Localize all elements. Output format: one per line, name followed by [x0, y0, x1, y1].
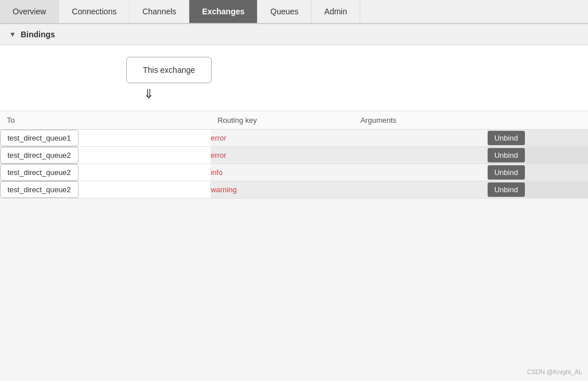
bindings-table-header: To Routing key Arguments [0, 111, 588, 130]
action-cell: Unbind [488, 130, 588, 147]
table-row: test_direct_queue2 info Unbind [0, 164, 588, 181]
arguments-cell [353, 130, 488, 147]
nav-exchanges[interactable]: Exchanges [189, 0, 258, 23]
down-arrow-icon: ⇓ [143, 87, 154, 102]
collapse-arrow-icon: ▼ [9, 30, 16, 38]
unbind-button[interactable]: Unbind [488, 165, 525, 180]
navbar: Overview Connections Channels Exchanges … [0, 0, 588, 24]
queue-name: test_direct_queue2 [0, 164, 79, 181]
queue-name: test_direct_queue2 [0, 181, 79, 198]
queue-cell: test_direct_queue2 [0, 164, 211, 181]
bindings-title: Bindings [21, 30, 55, 39]
action-cell: Unbind [488, 147, 588, 164]
col-arguments: Arguments [353, 111, 488, 130]
routing-key-cell: error [211, 147, 353, 164]
arguments-cell [353, 147, 488, 164]
table-row: test_direct_queue2 warning Unbind [0, 181, 588, 199]
queue-cell: test_direct_queue1 [0, 130, 211, 147]
nav-channels[interactable]: Channels [130, 0, 189, 23]
exchange-box-label: This exchange [143, 65, 195, 75]
queue-name: test_direct_queue2 [0, 147, 79, 164]
main-content: ▼ Bindings This exchange ⇓ To Routing ke… [0, 24, 588, 199]
nav-queues[interactable]: Queues [258, 0, 311, 23]
bindings-table: To Routing key Arguments test_direct_que… [0, 111, 588, 199]
table-row: test_direct_queue2 error Unbind [0, 147, 588, 164]
queue-name: test_direct_queue1 [0, 130, 79, 146]
nav-connections[interactable]: Connections [59, 0, 130, 23]
routing-key-cell: error [211, 130, 353, 147]
bindings-diagram: This exchange ⇓ [0, 45, 588, 107]
col-action [488, 111, 588, 130]
bindings-section-header[interactable]: ▼ Bindings [0, 24, 588, 45]
routing-key-cell: info [211, 164, 353, 181]
action-cell: Unbind [488, 164, 588, 181]
unbind-button[interactable]: Unbind [488, 131, 525, 145]
exchange-box: This exchange [126, 57, 212, 83]
nav-overview[interactable]: Overview [0, 0, 59, 23]
routing-key-cell: warning [211, 181, 353, 199]
arguments-cell [353, 164, 488, 181]
bindings-table-body: test_direct_queue1 error Unbind test_dir… [0, 130, 588, 199]
table-row: test_direct_queue1 error Unbind [0, 130, 588, 147]
unbind-button[interactable]: Unbind [488, 182, 525, 197]
col-to: To [0, 111, 211, 130]
queue-cell: test_direct_queue2 [0, 147, 211, 164]
unbind-button[interactable]: Unbind [488, 148, 525, 162]
arguments-cell [353, 181, 488, 199]
col-routing-key: Routing key [211, 111, 353, 130]
nav-admin[interactable]: Admin [311, 0, 360, 23]
queue-cell: test_direct_queue2 [0, 181, 211, 199]
action-cell: Unbind [488, 181, 588, 199]
